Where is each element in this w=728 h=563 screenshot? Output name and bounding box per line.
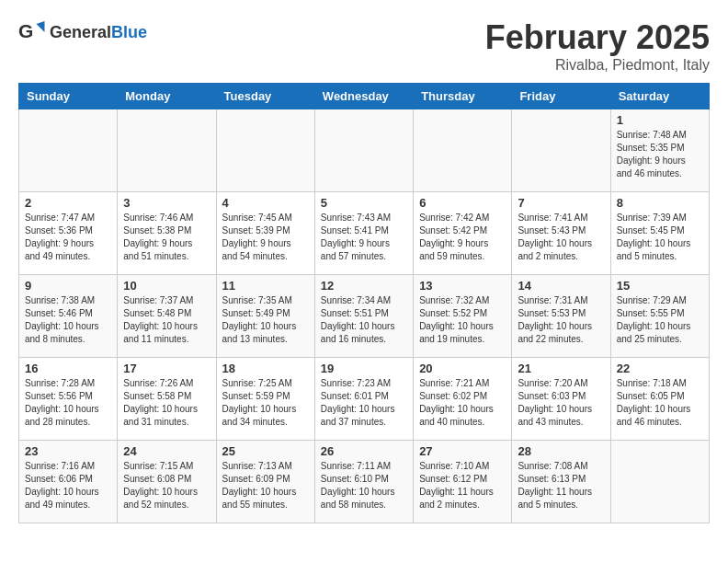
day-info: Sunrise: 7:38 AM Sunset: 5:46 PM Dayligh… bbox=[25, 294, 111, 346]
title-area: February 2025 Rivalba, Piedmont, Italy bbox=[485, 18, 710, 74]
day-info: Sunrise: 7:10 AM Sunset: 6:12 PM Dayligh… bbox=[419, 460, 506, 511]
day-header-saturday: Saturday bbox=[610, 84, 709, 109]
day-number: 5 bbox=[321, 196, 407, 210]
day-info: Sunrise: 7:26 AM Sunset: 5:58 PM Dayligh… bbox=[123, 377, 210, 429]
day-number: 2 bbox=[25, 196, 111, 210]
day-info: Sunrise: 7:15 AM Sunset: 6:08 PM Dayligh… bbox=[123, 460, 210, 511]
calendar-cell: 26Sunrise: 7:11 AM Sunset: 6:10 PM Dayli… bbox=[314, 441, 413, 523]
day-info: Sunrise: 7:18 AM Sunset: 6:05 PM Dayligh… bbox=[617, 377, 703, 429]
day-number: 23 bbox=[25, 444, 111, 458]
calendar-cell: 22Sunrise: 7:18 AM Sunset: 6:05 PM Dayli… bbox=[610, 358, 709, 441]
day-header-monday: Monday bbox=[118, 84, 216, 109]
calendar-cell: 2Sunrise: 7:47 AM Sunset: 5:36 PM Daylig… bbox=[19, 192, 118, 275]
calendar-cell: 16Sunrise: 7:28 AM Sunset: 5:56 PM Dayli… bbox=[19, 358, 118, 441]
calendar-cell: 17Sunrise: 7:26 AM Sunset: 5:58 PM Dayli… bbox=[118, 358, 216, 441]
calendar-cell: 3Sunrise: 7:46 AM Sunset: 5:38 PM Daylig… bbox=[118, 192, 216, 275]
calendar-cell: 28Sunrise: 7:08 AM Sunset: 6:13 PM Dayli… bbox=[512, 441, 610, 523]
day-number: 6 bbox=[419, 196, 506, 210]
svg-marker-1 bbox=[37, 21, 45, 32]
day-number: 24 bbox=[123, 444, 210, 458]
day-info: Sunrise: 7:32 AM Sunset: 5:52 PM Dayligh… bbox=[419, 294, 506, 346]
calendar-cell bbox=[118, 109, 216, 192]
day-number: 13 bbox=[419, 279, 506, 293]
calendar-cell: 11Sunrise: 7:35 AM Sunset: 5:49 PM Dayli… bbox=[216, 275, 314, 358]
day-number: 4 bbox=[222, 196, 309, 210]
day-number: 7 bbox=[518, 196, 604, 210]
day-info: Sunrise: 7:42 AM Sunset: 5:42 PM Dayligh… bbox=[419, 212, 506, 263]
calendar-cell: 13Sunrise: 7:32 AM Sunset: 5:52 PM Dayli… bbox=[414, 275, 512, 358]
day-info: Sunrise: 7:25 AM Sunset: 5:59 PM Dayligh… bbox=[222, 377, 309, 429]
day-number: 1 bbox=[617, 113, 703, 127]
calendar-cell: 10Sunrise: 7:37 AM Sunset: 5:48 PM Dayli… bbox=[118, 275, 216, 358]
day-header-wednesday: Wednesday bbox=[314, 84, 413, 109]
calendar-week-1: 1Sunrise: 7:48 AM Sunset: 5:35 PM Daylig… bbox=[19, 109, 710, 192]
calendar-cell: 21Sunrise: 7:20 AM Sunset: 6:03 PM Dayli… bbox=[512, 358, 610, 441]
day-info: Sunrise: 7:48 AM Sunset: 5:35 PM Dayligh… bbox=[617, 129, 703, 180]
calendar-cell: 25Sunrise: 7:13 AM Sunset: 6:09 PM Dayli… bbox=[216, 441, 314, 523]
page-header: G GeneralBlue February 2025 Rivalba, Pie… bbox=[18, 18, 710, 74]
calendar-cell: 9Sunrise: 7:38 AM Sunset: 5:46 PM Daylig… bbox=[19, 275, 118, 358]
day-number: 25 bbox=[222, 444, 309, 458]
day-number: 21 bbox=[518, 362, 604, 375]
calendar-week-4: 16Sunrise: 7:28 AM Sunset: 5:56 PM Dayli… bbox=[19, 358, 710, 441]
calendar-cell bbox=[610, 441, 709, 523]
calendar-cell: 27Sunrise: 7:10 AM Sunset: 6:12 PM Dayli… bbox=[414, 441, 512, 523]
day-number: 11 bbox=[222, 279, 309, 293]
calendar-cell bbox=[314, 109, 413, 192]
day-number: 15 bbox=[617, 279, 703, 293]
day-info: Sunrise: 7:13 AM Sunset: 6:09 PM Dayligh… bbox=[222, 460, 309, 511]
day-number: 28 bbox=[518, 444, 604, 458]
day-number: 9 bbox=[25, 279, 111, 293]
calendar-cell: 4Sunrise: 7:45 AM Sunset: 5:39 PM Daylig… bbox=[216, 192, 314, 275]
logo-text-blue: Blue bbox=[111, 23, 147, 41]
day-info: Sunrise: 7:16 AM Sunset: 6:06 PM Dayligh… bbox=[25, 460, 111, 511]
day-info: Sunrise: 7:37 AM Sunset: 5:48 PM Dayligh… bbox=[123, 294, 210, 346]
calendar-cell: 14Sunrise: 7:31 AM Sunset: 5:53 PM Dayli… bbox=[512, 275, 610, 358]
calendar-body: 1Sunrise: 7:48 AM Sunset: 5:35 PM Daylig… bbox=[19, 109, 710, 523]
calendar-week-3: 9Sunrise: 7:38 AM Sunset: 5:46 PM Daylig… bbox=[19, 275, 710, 358]
calendar-cell bbox=[512, 109, 610, 192]
calendar-cell: 23Sunrise: 7:16 AM Sunset: 6:06 PM Dayli… bbox=[19, 441, 118, 523]
day-info: Sunrise: 7:34 AM Sunset: 5:51 PM Dayligh… bbox=[321, 294, 407, 346]
subtitle: Rivalba, Piedmont, Italy bbox=[485, 57, 710, 74]
calendar-table: SundayMondayTuesdayWednesdayThursdayFrid… bbox=[18, 83, 710, 523]
day-header-friday: Friday bbox=[512, 84, 610, 109]
calendar-cell bbox=[19, 109, 118, 192]
day-info: Sunrise: 7:41 AM Sunset: 5:43 PM Dayligh… bbox=[518, 212, 604, 263]
calendar-cell: 8Sunrise: 7:39 AM Sunset: 5:45 PM Daylig… bbox=[610, 192, 709, 275]
day-number: 27 bbox=[419, 444, 506, 458]
day-number: 10 bbox=[123, 279, 210, 293]
calendar-cell: 6Sunrise: 7:42 AM Sunset: 5:42 PM Daylig… bbox=[414, 192, 512, 275]
calendar-week-5: 23Sunrise: 7:16 AM Sunset: 6:06 PM Dayli… bbox=[19, 441, 710, 523]
calendar-cell bbox=[216, 109, 314, 192]
day-number: 14 bbox=[518, 279, 604, 293]
calendar-week-2: 2Sunrise: 7:47 AM Sunset: 5:36 PM Daylig… bbox=[19, 192, 710, 275]
day-number: 20 bbox=[419, 362, 506, 375]
day-number: 26 bbox=[321, 444, 407, 458]
day-header-thursday: Thursday bbox=[414, 84, 512, 109]
logo: G GeneralBlue bbox=[18, 18, 147, 46]
day-number: 3 bbox=[123, 196, 210, 210]
calendar-cell: 24Sunrise: 7:15 AM Sunset: 6:08 PM Dayli… bbox=[118, 441, 216, 523]
calendar-cell: 1Sunrise: 7:48 AM Sunset: 5:35 PM Daylig… bbox=[610, 109, 709, 192]
main-title: February 2025 bbox=[485, 18, 710, 57]
calendar-cell: 20Sunrise: 7:21 AM Sunset: 6:02 PM Dayli… bbox=[414, 358, 512, 441]
calendar-cell: 7Sunrise: 7:41 AM Sunset: 5:43 PM Daylig… bbox=[512, 192, 610, 275]
day-info: Sunrise: 7:08 AM Sunset: 6:13 PM Dayligh… bbox=[518, 460, 604, 511]
calendar-cell: 15Sunrise: 7:29 AM Sunset: 5:55 PM Dayli… bbox=[610, 275, 709, 358]
day-number: 8 bbox=[617, 196, 703, 210]
day-info: Sunrise: 7:28 AM Sunset: 5:56 PM Dayligh… bbox=[25, 377, 111, 429]
day-info: Sunrise: 7:21 AM Sunset: 6:02 PM Dayligh… bbox=[419, 377, 506, 429]
calendar-cell: 18Sunrise: 7:25 AM Sunset: 5:59 PM Dayli… bbox=[216, 358, 314, 441]
day-info: Sunrise: 7:31 AM Sunset: 5:53 PM Dayligh… bbox=[518, 294, 604, 346]
calendar-cell bbox=[414, 109, 512, 192]
day-number: 19 bbox=[321, 362, 407, 375]
day-info: Sunrise: 7:47 AM Sunset: 5:36 PM Dayligh… bbox=[25, 212, 111, 263]
header-row: SundayMondayTuesdayWednesdayThursdayFrid… bbox=[19, 84, 710, 109]
day-number: 17 bbox=[123, 362, 210, 375]
day-number: 12 bbox=[321, 279, 407, 293]
calendar-cell: 5Sunrise: 7:43 AM Sunset: 5:41 PM Daylig… bbox=[314, 192, 413, 275]
day-info: Sunrise: 7:11 AM Sunset: 6:10 PM Dayligh… bbox=[321, 460, 407, 511]
day-info: Sunrise: 7:39 AM Sunset: 5:45 PM Dayligh… bbox=[617, 212, 703, 263]
day-number: 22 bbox=[617, 362, 703, 375]
